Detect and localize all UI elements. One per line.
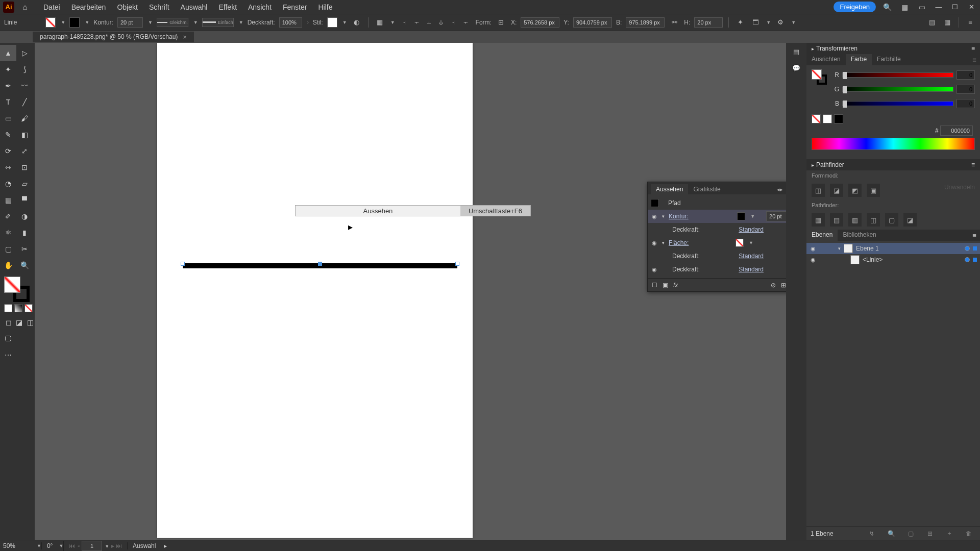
workspace-icon[interactable]: ▦ — [898, 1, 911, 13]
clear-appearance-icon[interactable]: ⊘ — [771, 282, 776, 289]
magic-wand-tool[interactable]: ✦ — [0, 61, 16, 78]
menu-ansicht[interactable]: Ansicht — [242, 3, 277, 11]
chevron-down-icon[interactable]: ▼ — [239, 20, 243, 25]
edit-icon[interactable]: 🗔 — [750, 17, 761, 28]
arrange-icon[interactable]: ▭ — [916, 1, 928, 13]
menu-objekt[interactable]: Objekt — [111, 3, 143, 11]
menu-hilfe[interactable]: Hilfe — [312, 3, 338, 11]
stroke-link[interactable]: Kontur: — [669, 213, 689, 220]
blue-slider[interactable] — [842, 101, 953, 106]
chevron-down-icon[interactable]: ▼ — [342, 20, 347, 25]
zoom-level[interactable]: 50% — [0, 542, 36, 549]
artboard-prev-icon[interactable]: ◂ — [77, 542, 80, 549]
brush-profile-dropdown[interactable]: Einfach — [202, 18, 234, 27]
panel-menu-icon[interactable]: ≡ — [965, 17, 976, 28]
green-slider[interactable] — [842, 87, 953, 92]
outline-icon[interactable]: ▢ — [885, 213, 898, 227]
none-swatch[interactable] — [812, 114, 821, 123]
screen-mode-icon[interactable]: 🖵 — [0, 331, 16, 347]
chevron-right-icon[interactable]: › — [307, 20, 309, 25]
appearance-panel[interactable]: Aussehen Grafikstile ◂▸ ✕ ≡ Pfad ◉ ▾ Kon… — [647, 182, 786, 292]
minus-back-icon[interactable]: ◪ — [903, 213, 917, 227]
recolor-icon[interactable]: ◐ — [351, 17, 362, 28]
prefs-icon[interactable]: ⚙ — [775, 17, 786, 28]
menu-auswahl[interactable]: Auswahl — [175, 3, 213, 11]
target-icon[interactable] — [965, 257, 970, 262]
menu-fenster[interactable]: Fenster — [277, 3, 312, 11]
green-value-input[interactable] — [957, 85, 975, 94]
fill-link[interactable]: Fläche: — [669, 239, 689, 246]
properties-icon[interactable]: ▤ — [791, 46, 802, 57]
curvature-tool[interactable]: 〰 — [16, 78, 33, 94]
chevron-down-icon[interactable]: ▾ — [662, 240, 665, 245]
chevron-down-icon[interactable]: ▼ — [85, 20, 89, 25]
selection-handle[interactable] — [181, 262, 185, 266]
panel-toggle-icon[interactable]: ▤ — [926, 17, 938, 28]
fill-color-box[interactable] — [4, 277, 20, 293]
locate-layer-icon[interactable]: ↯ — [865, 530, 879, 537]
clear-icon[interactable]: ▣ — [663, 282, 668, 289]
free-transform-tool[interactable]: ⊡ — [16, 159, 33, 176]
color-spectrum[interactable] — [812, 138, 975, 150]
duplicate-icon[interactable]: ⊞ — [781, 282, 786, 289]
align-top-icon[interactable]: ⫝ — [436, 17, 447, 28]
fill-swatch[interactable] — [45, 17, 56, 28]
opacity-input[interactable] — [279, 17, 302, 28]
chevron-down-icon[interactable]: ▼ — [791, 20, 796, 25]
visibility-icon[interactable]: ◉ — [651, 213, 658, 220]
comments-icon[interactable]: 💬 — [791, 62, 802, 73]
width-input[interactable] — [626, 17, 665, 28]
align-right-icon[interactable]: ⫠ — [424, 17, 435, 28]
fill-color-swatch[interactable] — [736, 239, 744, 247]
stroke-weight-input[interactable] — [117, 17, 143, 28]
menu-bearbeiten[interactable]: Bearbeiten — [66, 3, 112, 11]
artboard-next-icon[interactable]: ▸ — [111, 542, 114, 549]
red-slider[interactable] — [842, 72, 953, 78]
color-guide-tab[interactable]: Farbhilfe — [872, 54, 906, 65]
layers-tab[interactable]: Ebenen — [806, 230, 838, 241]
minus-front-icon[interactable]: ◪ — [830, 184, 843, 197]
selection-center-handle[interactable] — [318, 262, 322, 266]
rectangle-tool[interactable]: ▭ — [0, 110, 16, 127]
align-tab[interactable]: Ausrichten — [806, 54, 846, 65]
stroke-color-swatch[interactable] — [737, 212, 745, 220]
draw-inside-icon[interactable]: ◫ — [26, 314, 35, 331]
chevron-down-icon[interactable]: ▼ — [61, 20, 65, 25]
zoom-tool[interactable]: 🔍 — [16, 257, 33, 273]
artboard-last-icon[interactable]: ⏭ — [116, 542, 122, 549]
visibility-icon[interactable]: ◉ — [651, 240, 658, 246]
perspective-tool[interactable]: ▱ — [16, 176, 33, 192]
align-bottom-icon[interactable]: ⫟ — [460, 17, 472, 28]
stroke-swatch[interactable] — [69, 17, 80, 28]
isolate-icon[interactable]: ✦ — [734, 17, 746, 28]
column-graph-tool[interactable]: ▮ — [16, 224, 33, 241]
color-tab[interactable]: Farbe — [846, 54, 872, 65]
align-left-icon[interactable]: ⫞ — [399, 17, 410, 28]
fill-stroke-indicator[interactable] — [4, 277, 30, 302]
menu-datei[interactable]: Datei — [38, 3, 66, 11]
libraries-tab[interactable]: Bibliotheken — [838, 230, 881, 241]
gradient-mode-icon[interactable] — [14, 304, 22, 312]
scale-tool[interactable]: ⤢ — [16, 143, 33, 159]
selection-tool[interactable]: ▲ — [0, 45, 16, 61]
new-art-icon[interactable]: ☐ — [652, 282, 657, 289]
panel-menu-icon[interactable]: ≡ — [971, 45, 975, 52]
divide-icon[interactable]: ▦ — [812, 213, 825, 227]
delete-layer-icon[interactable]: 🗑 — [962, 530, 976, 537]
eraser-tool[interactable]: ◧ — [16, 127, 33, 143]
stroke-variable-dropdown[interactable]: Gleichm. — [157, 18, 188, 27]
line-tool[interactable]: ╱ — [16, 94, 33, 110]
mesh-tool[interactable]: ▦ — [0, 192, 16, 208]
chevron-down-icon[interactable]: ▼ — [766, 20, 771, 25]
unite-icon[interactable]: ◫ — [812, 184, 825, 197]
y-input[interactable] — [573, 17, 612, 28]
appearance-tab[interactable]: Aussehen — [651, 184, 688, 194]
red-value-input[interactable] — [957, 70, 975, 80]
pen-tool[interactable]: ✒ — [0, 78, 16, 94]
black-swatch[interactable] — [834, 114, 843, 123]
edit-toolbar-icon[interactable]: ⋯ — [0, 347, 16, 363]
artboard-tool[interactable]: ▢ — [0, 241, 16, 257]
paintbrush-tool[interactable]: 🖌 — [16, 110, 33, 127]
symbol-sprayer-tool[interactable]: ⚛ — [0, 224, 16, 241]
blue-value-input[interactable] — [957, 99, 975, 108]
